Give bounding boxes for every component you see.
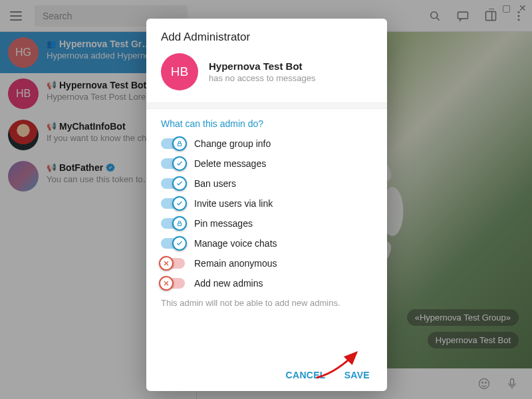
permission-row: Manage voice chats bbox=[161, 238, 372, 249]
permission-toggle[interactable] bbox=[161, 138, 185, 149]
permission-toggle[interactable] bbox=[161, 258, 185, 269]
permission-label: Delete messages bbox=[194, 158, 266, 169]
save-button[interactable]: SAVE bbox=[344, 370, 370, 380]
permissions-hint: This admin will not be able to add new a… bbox=[161, 298, 372, 308]
permission-toggle[interactable] bbox=[161, 198, 185, 209]
check-icon bbox=[172, 156, 187, 171]
permission-label: Change group info bbox=[194, 138, 271, 149]
lock-icon bbox=[172, 216, 187, 231]
minimize-button[interactable]: – bbox=[489, 3, 494, 13]
dialog-title: Add Administrator bbox=[146, 19, 387, 53]
permission-row: Delete messages bbox=[161, 158, 372, 169]
cross-icon bbox=[159, 276, 174, 291]
permission-row: Remain anonymous bbox=[161, 258, 372, 269]
admin-avatar: HB bbox=[161, 53, 198, 90]
check-icon bbox=[172, 196, 187, 211]
svg-rect-13 bbox=[178, 223, 182, 226]
permission-label: Pin messages bbox=[194, 218, 253, 229]
dialog-body[interactable]: What can this admin do? Change group inf… bbox=[146, 109, 387, 360]
permission-row: Invite users via link bbox=[161, 198, 372, 209]
maximize-button[interactable]: ▢ bbox=[502, 3, 511, 13]
permission-label: Remain anonymous bbox=[194, 258, 277, 269]
lock-icon bbox=[172, 136, 187, 151]
permission-row: Change group info bbox=[161, 138, 372, 149]
window-controls: – ▢ ✕ bbox=[489, 3, 527, 13]
dialog-header: HB Hypernova Test Bot has no access to m… bbox=[146, 53, 387, 102]
dialog-actions: CANCEL SAVE bbox=[146, 360, 387, 391]
permission-row: Pin messages bbox=[161, 218, 372, 229]
admin-name: Hypernova Test Bot bbox=[209, 61, 315, 72]
check-icon bbox=[172, 236, 187, 251]
add-administrator-dialog: Add Administrator HB Hypernova Test Bot … bbox=[146, 19, 387, 391]
cancel-button[interactable]: CANCEL bbox=[286, 370, 326, 380]
permission-toggle[interactable] bbox=[161, 158, 185, 169]
permission-label: Manage voice chats bbox=[194, 238, 277, 249]
permission-toggle[interactable] bbox=[161, 178, 185, 189]
dialog-separator bbox=[146, 102, 387, 109]
permission-row: Ban users bbox=[161, 178, 372, 189]
permission-label: Add new admins bbox=[194, 278, 263, 289]
cross-icon bbox=[159, 256, 174, 271]
admin-status: has no access to messages bbox=[209, 73, 315, 83]
svg-rect-12 bbox=[178, 144, 182, 146]
permission-label: Invite users via link bbox=[194, 198, 273, 209]
permission-row: Add new admins bbox=[161, 278, 372, 289]
permission-toggle[interactable] bbox=[161, 218, 185, 229]
check-icon bbox=[172, 176, 187, 191]
permission-toggle[interactable] bbox=[161, 238, 185, 249]
permissions-heading: What can this admin do? bbox=[161, 118, 372, 129]
close-button[interactable]: ✕ bbox=[519, 3, 527, 13]
permission-toggle[interactable] bbox=[161, 278, 185, 289]
permission-label: Ban users bbox=[194, 178, 236, 189]
